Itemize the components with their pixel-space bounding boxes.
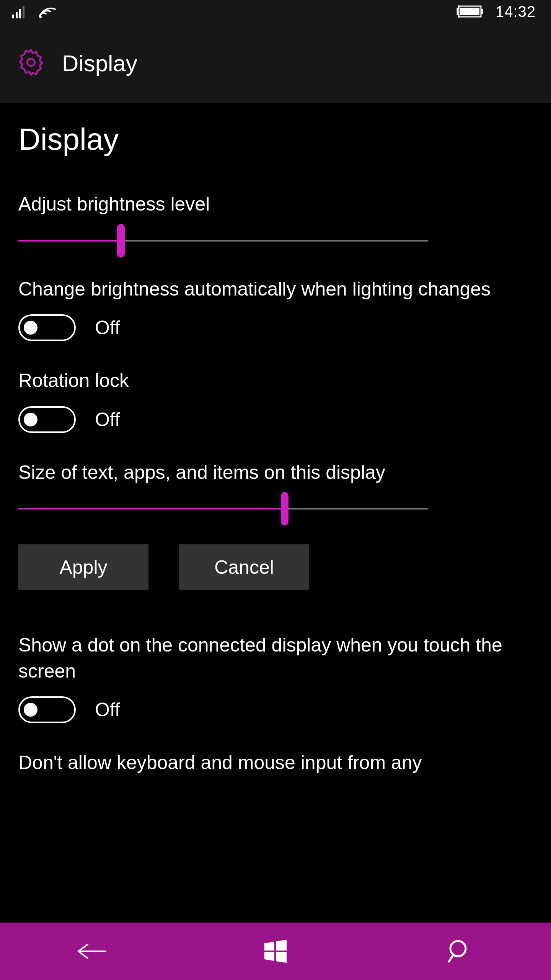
svg-rect-7 [481,9,483,14]
brightness-section: Adjust brightness level [18,191,533,250]
cancel-button[interactable]: Cancel [179,544,309,590]
auto-brightness-label: Change brightness automatically when lig… [18,276,533,302]
scaling-slider[interactable] [18,500,428,518]
svg-rect-3 [23,6,24,18]
svg-rect-1 [16,12,18,18]
slider-thumb[interactable] [117,224,125,258]
svg-marker-10 [276,940,287,951]
search-button[interactable] [421,923,497,980]
touch-dot-toggle-row: Off [18,696,533,723]
svg-point-13 [450,941,466,956]
svg-point-8 [27,59,35,66]
gear-icon [16,47,46,79]
brightness-label: Adjust brightness level [18,191,533,217]
scaling-section: Size of text, apps, and items on this di… [18,460,533,518]
rotation-lock-toggle-row: Off [18,406,533,433]
toggle-knob [24,321,37,335]
slider-fill [18,508,285,510]
auto-brightness-state: Off [95,317,120,339]
back-button[interactable] [54,923,130,980]
clock: 14:32 [496,3,536,20]
content-area: Display Adjust brightness level Change b… [0,103,551,923]
brightness-slider[interactable] [18,232,428,250]
apply-button[interactable]: Apply [18,544,148,590]
slider-fill [18,240,121,242]
svg-rect-6 [460,8,479,15]
toggle-knob [24,413,37,426]
scaling-button-row: Apply Cancel [18,544,533,590]
touch-dot-state: Off [95,699,120,721]
status-right: 14:32 [456,3,536,20]
status-left [11,4,57,19]
app-title-bar: Display [0,23,551,103]
rotation-lock-toggle[interactable] [18,406,76,433]
svg-rect-0 [12,15,14,18]
auto-brightness-section: Change brightness automatically when lig… [18,276,533,341]
start-button[interactable] [237,923,314,980]
cutoff-next-setting: Don't allow keyboard and mouse input fro… [18,750,533,776]
auto-brightness-toggle-row: Off [18,314,533,341]
svg-marker-12 [276,952,287,963]
status-bar: 14:32 [0,0,551,23]
scaling-label: Size of text, apps, and items on this di… [18,460,533,486]
wifi-icon [37,4,57,19]
svg-rect-2 [19,9,21,18]
touch-dot-section: Show a dot on the connected display when… [18,632,533,723]
signal-icon [11,4,27,19]
toggle-knob [24,703,37,717]
app-title: Display [62,50,137,77]
svg-marker-9 [264,942,274,951]
page-title: Display [18,122,533,157]
svg-point-4 [39,16,42,18]
system-nav-bar [0,923,551,980]
rotation-lock-label: Rotation lock [18,368,533,394]
rotation-lock-section: Rotation lock Off [18,368,533,433]
auto-brightness-toggle[interactable] [18,314,76,341]
battery-charging-icon [456,5,485,18]
slider-thumb[interactable] [281,492,289,526]
svg-marker-11 [264,952,274,961]
touch-dot-toggle[interactable] [18,696,76,723]
rotation-lock-state: Off [95,408,120,431]
touch-dot-label: Show a dot on the connected display when… [18,632,533,684]
